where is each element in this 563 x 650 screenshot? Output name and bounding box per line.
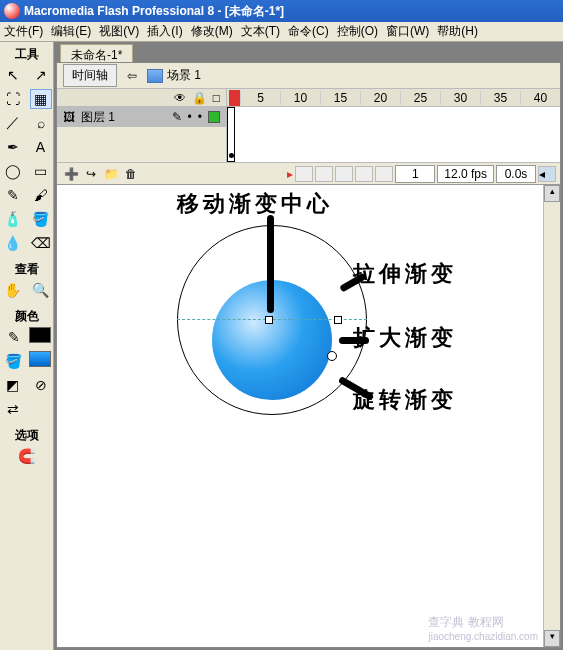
layer-dot2: • — [198, 110, 202, 124]
menu-modify[interactable]: 修改(M) — [191, 23, 233, 40]
scene-icon — [147, 69, 163, 83]
ruler-tick: 20 — [360, 91, 400, 105]
onion-outline-button[interactable] — [335, 166, 353, 182]
menu-view[interactable]: 视图(V) — [99, 23, 139, 40]
paintbucket-tool-icon[interactable]: 🪣 — [30, 209, 52, 229]
watermark: 查字典 教程网 jiaocheng.chazidian.com — [428, 614, 538, 642]
frame-ruler[interactable]: 5 10 15 20 25 30 35 40 — [227, 89, 560, 107]
hand-tool-icon[interactable]: ✋ — [2, 280, 24, 300]
new-folder-icon[interactable]: 📁 — [103, 166, 119, 182]
keyframe[interactable] — [227, 107, 235, 162]
fill-color-icon[interactable]: 🪣 — [3, 351, 25, 371]
pen-tool-icon[interactable]: ✒ — [2, 137, 24, 157]
scroll-down-icon[interactable]: ▾ — [544, 630, 560, 647]
layer-row[interactable]: 🖼 图层 1 ✎ • • — [57, 107, 226, 127]
fill-color-swatch[interactable] — [29, 351, 51, 367]
gradient-center-handle[interactable] — [265, 316, 273, 324]
gradient-transform-tool-icon[interactable]: ▦ — [30, 89, 52, 109]
subselect-tool-icon[interactable]: ↗ — [30, 65, 52, 85]
fps-field: 12.0 fps — [437, 165, 494, 183]
scene-indicator[interactable]: 场景 1 — [147, 67, 201, 84]
label-rotate: 旋转渐变 — [353, 385, 457, 415]
ruler-tick: 10 — [280, 91, 320, 105]
ruler-tick: 40 — [520, 91, 560, 105]
label-stretch: 拉伸渐变 — [353, 259, 457, 289]
ruler-tick: 5 — [240, 91, 280, 105]
layer-name: 图层 1 — [81, 109, 115, 126]
swap-colors-icon[interactable]: ⇄ — [2, 399, 24, 419]
layer-dot: • — [188, 110, 192, 124]
vertical-scrollbar[interactable]: ▴ ▾ — [543, 185, 560, 647]
brush-tool-icon[interactable]: 🖌 — [30, 185, 52, 205]
center-frame-button[interactable] — [295, 166, 313, 182]
document-tab[interactable]: 未命名-1* — [60, 44, 133, 62]
tools-header: 工具 — [15, 46, 39, 63]
menu-insert[interactable]: 插入(I) — [147, 23, 182, 40]
playhead[interactable] — [229, 90, 240, 106]
onion-skin-button[interactable] — [315, 166, 333, 182]
back-arrow-icon[interactable]: ⇦ — [127, 69, 137, 83]
options-header: 选项 — [15, 427, 39, 444]
default-colors-icon[interactable]: ◩ — [2, 375, 24, 395]
label-expand: 扩大渐变 — [353, 323, 457, 353]
gradient-width-handle[interactable] — [334, 316, 342, 324]
line-tool-icon[interactable]: ／ — [2, 113, 24, 133]
modify-markers-button[interactable] — [375, 166, 393, 182]
stroke-color-swatch[interactable] — [29, 327, 51, 343]
window-title: Macromedia Flash Professional 8 - [未命名-1… — [24, 3, 284, 20]
document-tabs: 未命名-1* — [54, 42, 563, 62]
add-guide-icon[interactable]: ↪ — [83, 166, 99, 182]
menu-text[interactable]: 文本(T) — [241, 23, 280, 40]
timeline-panel: 👁 🔒 □ 🖼 图层 1 ✎ • • — [57, 89, 560, 163]
eyedropper-tool-icon[interactable]: 💧 — [2, 233, 24, 253]
frames-track[interactable] — [227, 107, 560, 162]
outline-icon[interactable]: □ — [213, 91, 220, 105]
selection-tool-icon[interactable]: ↖ — [2, 65, 24, 85]
scroll-up-icon[interactable]: ▴ — [544, 185, 560, 202]
layer-color-swatch — [208, 111, 220, 123]
menu-bar: 文件(F) 编辑(E) 视图(V) 插入(I) 修改(M) 文本(T) 命令(C… — [0, 22, 563, 42]
stroke-color-icon[interactable]: ✎ — [3, 327, 25, 347]
delete-layer-icon[interactable]: 🗑 — [123, 166, 139, 182]
free-transform-tool-icon[interactable]: ⛶ — [2, 89, 24, 109]
inkbottle-tool-icon[interactable]: 🧴 — [2, 209, 24, 229]
scroll-left-button[interactable]: ◂ — [538, 166, 556, 182]
edit-multiple-button[interactable] — [355, 166, 373, 182]
eraser-tool-icon[interactable]: ⌫ — [30, 233, 52, 253]
menu-commands[interactable]: 命令(C) — [288, 23, 329, 40]
no-color-icon[interactable]: ⊘ — [30, 375, 52, 395]
view-header: 查看 — [15, 261, 39, 278]
menu-control[interactable]: 控制(O) — [337, 23, 378, 40]
zoom-tool-icon[interactable]: 🔍 — [30, 280, 52, 300]
annotation-stroke — [267, 215, 274, 313]
lock-icon[interactable]: 🔒 — [192, 91, 207, 105]
scene-name: 场景 1 — [167, 67, 201, 84]
tools-panel: 工具 ↖ ↗ ⛶ ▦ ／ ⌕ ✒ A ◯ ▭ ✎ 🖌 🧴 🪣 💧 ⌫ 查看 ✋ … — [0, 42, 54, 650]
menu-window[interactable]: 窗口(W) — [386, 23, 429, 40]
color-header: 颜色 — [15, 308, 39, 325]
ruler-tick: 25 — [400, 91, 440, 105]
oval-tool-icon[interactable]: ◯ — [2, 161, 24, 181]
app-icon — [4, 3, 20, 19]
ruler-tick: 15 — [320, 91, 360, 105]
layer-icon: 🖼 — [63, 110, 75, 124]
pencil-tool-icon[interactable]: ✎ — [2, 185, 24, 205]
new-layer-icon[interactable]: ➕ — [63, 166, 79, 182]
menu-file[interactable]: 文件(F) — [4, 23, 43, 40]
gradient-rotate-handle[interactable] — [327, 351, 337, 361]
ruler-tick: 30 — [440, 91, 480, 105]
label-move-center: 移动渐变中心 — [177, 189, 333, 219]
rect-tool-icon[interactable]: ▭ — [30, 161, 52, 181]
title-bar: Macromedia Flash Professional 8 - [未命名-1… — [0, 0, 563, 22]
timeline-button[interactable]: 时间轴 — [63, 64, 117, 87]
snap-magnet-icon[interactable]: 🧲 — [16, 446, 38, 466]
time-field: 0.0s — [496, 165, 536, 183]
menu-help[interactable]: 帮助(H) — [437, 23, 478, 40]
menu-edit[interactable]: 编辑(E) — [51, 23, 91, 40]
text-tool-icon[interactable]: A — [30, 137, 52, 157]
layer-edit-icon: ✎ — [172, 110, 182, 124]
lasso-tool-icon[interactable]: ⌕ — [30, 113, 52, 133]
eye-icon[interactable]: 👁 — [174, 91, 186, 105]
current-frame-field: 1 — [395, 165, 435, 183]
stage[interactable]: 移动渐变中心 拉伸渐变 扩大渐变 旋转渐变 查字典 教程网 jiaocheng.… — [57, 185, 543, 647]
